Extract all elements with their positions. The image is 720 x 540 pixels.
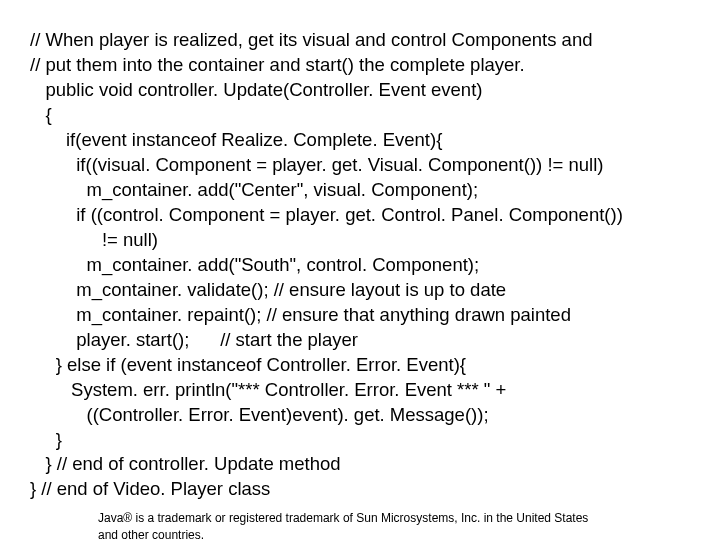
code-line: m_container. add("South", control. Compo… [30, 254, 479, 275]
code-block: // When player is realized, get its visu… [0, 0, 720, 502]
code-line: } else if (event instanceof Controller. … [30, 354, 466, 375]
code-line: if ((control. Component = player. get. C… [30, 204, 623, 225]
code-line: { [30, 104, 52, 125]
code-line: System. err. println("*** Controller. Er… [30, 379, 506, 400]
code-line: } // end of Video. Player class [30, 478, 270, 499]
code-line: player. start(); // start the player [30, 329, 358, 350]
code-line: m_container. repaint(); // ensure that a… [30, 304, 571, 325]
code-line: public void controller. Update(Controlle… [30, 79, 482, 100]
code-line: m_container. add("Center", visual. Compo… [30, 179, 478, 200]
code-line: != null) [30, 229, 158, 250]
code-line: if((visual. Component = player. get. Vis… [30, 154, 603, 175]
footnote-text: Java® is a trademark or registered trade… [0, 502, 598, 540]
code-line: ((Controller. Error. Event)event). get. … [30, 404, 489, 425]
code-line: } // end of controller. Update method [30, 453, 341, 474]
code-line: } [30, 429, 62, 450]
code-line: if(event instanceof Realize. Complete. E… [30, 129, 442, 150]
code-line: // put them into the container and start… [30, 54, 525, 75]
code-line: m_container. validate(); // ensure layou… [30, 279, 506, 300]
code-line: // When player is realized, get its visu… [30, 29, 593, 50]
